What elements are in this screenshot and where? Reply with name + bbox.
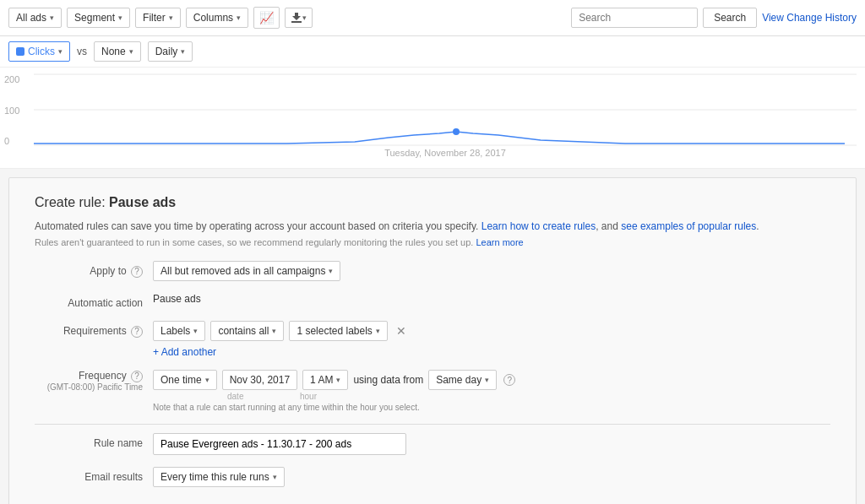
chevron-icon: ▾	[485, 376, 489, 384]
remove-requirement-btn[interactable]: ✕	[393, 324, 410, 338]
learn-more-link[interactable]: Learn more	[476, 237, 523, 247]
examples-link-text: see examples of popular rules	[621, 220, 756, 232]
chart-svg	[34, 74, 857, 146]
chevron-icon: ▾	[58, 47, 63, 56]
create-rule-panel: Create rule: Pause ads Automated rules c…	[8, 177, 857, 504]
email-results-content: Every time this rule runs ▾	[153, 467, 830, 487]
hour-dropdown[interactable]: 1 AM ▾	[302, 370, 348, 390]
search-button[interactable]: Search	[703, 8, 757, 28]
frequency-note: Note that a rule can start running at an…	[153, 403, 830, 412]
apply-to-value: All but removed ads in all campaigns	[160, 265, 325, 277]
frequency-top-controls: One time ▾ Nov 30, 2017 1 AM ▾ using dat…	[153, 370, 830, 390]
view-change-history-link[interactable]: View Change History	[762, 12, 857, 24]
examples-link[interactable]: see examples of popular rules	[621, 220, 756, 232]
chart-y-200: 200	[4, 74, 19, 84]
apply-to-help-icon[interactable]: ?	[131, 266, 143, 278]
divider	[35, 424, 830, 425]
none-label: None	[101, 46, 126, 57]
learn-rules-link[interactable]: Learn how to create rules	[481, 220, 596, 232]
using-data-from-label: using data from	[353, 374, 423, 386]
rule-name-input[interactable]	[153, 433, 406, 455]
selected-labels-label: 1 selected labels	[296, 325, 372, 337]
frequency-label-text: Frequency	[79, 370, 127, 382]
chevron-icon: ▾	[329, 267, 333, 275]
automatic-action-value: Pause ads	[153, 293, 201, 305]
requirements-help-icon[interactable]: ?	[131, 326, 143, 338]
chevron-icon: ▾	[118, 14, 122, 22]
chevron-icon: ▾	[169, 14, 173, 22]
apply-to-row: Apply to ? All but removed ads in all ca…	[35, 261, 830, 281]
email-results-dropdown[interactable]: Every time this rule runs ▾	[153, 467, 285, 487]
chevron-icon: ▾	[205, 376, 209, 384]
contains-all-dropdown[interactable]: contains all ▾	[210, 321, 284, 341]
none-dropdown[interactable]: None ▾	[94, 41, 141, 62]
requirements-content: Labels ▾ contains all ▾ 1 selected label…	[153, 321, 830, 358]
labels-dropdown[interactable]: Labels ▾	[153, 321, 205, 341]
learn-more-text: Learn more	[476, 237, 523, 247]
rule-note: Rules aren't guaranteed to run in some c…	[35, 237, 830, 247]
date-value: Nov 30, 2017	[230, 374, 290, 386]
frequency-help-icon[interactable]: ?	[131, 371, 143, 382]
segment-label: Segment	[74, 12, 115, 24]
svg-rect-0	[291, 21, 302, 23]
email-results-btn-label: Every time this rule runs	[160, 471, 269, 483]
daily-label: Daily	[155, 46, 178, 57]
search-input[interactable]	[571, 8, 698, 28]
title-bold: Pause ads	[109, 195, 176, 209]
date-sublabel: date	[227, 392, 300, 401]
columns-label: Columns	[193, 12, 233, 24]
desc-text: Automated rules can save you time by ope…	[35, 220, 478, 232]
date-dropdown[interactable]: Nov 30, 2017	[222, 370, 297, 390]
chevron-icon: ▾	[273, 473, 277, 481]
chevron-icon: ▾	[237, 14, 241, 22]
rule-name-label: Rule name	[35, 433, 153, 449]
hour-sublabel: hour	[300, 392, 317, 401]
download-icon	[291, 12, 302, 24]
data-help-icon[interactable]: ?	[503, 374, 515, 386]
title-prefix: Create rule:	[35, 195, 109, 209]
add-another-label: + Add another	[153, 346, 216, 358]
search-btn-label: Search	[714, 12, 746, 24]
selected-labels-dropdown[interactable]: 1 selected labels ▾	[289, 321, 387, 341]
chart-y-100: 100	[4, 106, 19, 116]
download-icon-btn[interactable]: ▾	[285, 8, 313, 28]
labels-btn-label: Labels	[160, 325, 190, 337]
one-time-dropdown[interactable]: One time ▾	[153, 370, 217, 390]
one-time-label: One time	[160, 374, 202, 386]
apply-to-dropdown[interactable]: All but removed ads in all campaigns ▾	[153, 261, 340, 281]
filter-dropdown[interactable]: Filter ▾	[135, 8, 181, 28]
requirements-row: Requirements ? Labels ▾ contains all ▾ 1…	[35, 321, 830, 358]
add-another-link[interactable]: + Add another	[153, 346, 216, 358]
apply-to-content: All but removed ads in all campaigns ▾	[153, 261, 830, 281]
clicks-metric-btn[interactable]: Clicks ▾	[8, 41, 70, 62]
automatic-action-label: Automatic action	[35, 293, 153, 309]
email-results-row: Email results Every time this rule runs …	[35, 467, 830, 487]
chevron-icon: ▾	[181, 47, 185, 56]
chart-icon-btn[interactable]: 📈	[253, 7, 280, 29]
chart-date-label: Tuesday, November 28, 2017	[34, 148, 857, 158]
segment-dropdown[interactable]: Segment ▾	[67, 8, 130, 28]
rule-name-content	[153, 433, 830, 455]
contains-all-label: contains all	[218, 325, 269, 337]
daily-dropdown[interactable]: Daily ▾	[148, 41, 193, 62]
svg-point-4	[453, 128, 460, 135]
same-day-dropdown[interactable]: Same day ▾	[428, 370, 497, 390]
rule-description: Automated rules can save you time by ope…	[35, 219, 830, 234]
all-ads-label: All ads	[16, 12, 46, 24]
frequency-row: Frequency ? (GMT-08:00) Pacific Time One…	[35, 370, 830, 412]
frequency-label-block: Frequency ? (GMT-08:00) Pacific Time	[35, 370, 153, 392]
all-ads-dropdown[interactable]: All ads ▾	[8, 8, 62, 28]
learn-link-text: Learn how to create rules	[481, 220, 596, 232]
top-toolbar: All ads ▾ Segment ▾ Filter ▾ Columns ▾ 📈…	[0, 0, 865, 36]
chevron-icon: ▾	[193, 327, 198, 335]
metric-label: Clicks	[28, 46, 55, 57]
columns-dropdown[interactable]: Columns ▾	[186, 8, 248, 28]
note-text: Rules aren't guaranteed to run in some c…	[35, 237, 473, 247]
chart-area: 200 100 0 Tuesday, November 28, 2017	[0, 68, 865, 169]
email-results-label: Email results	[35, 467, 153, 483]
view-change-label: View Change History	[762, 12, 857, 24]
chevron-icon: ▾	[302, 14, 307, 22]
apply-to-label: Apply to ?	[35, 261, 153, 278]
requirements-controls: Labels ▾ contains all ▾ 1 selected label…	[153, 321, 410, 341]
frequency-controls: One time ▾ Nov 30, 2017 1 AM ▾ using dat…	[153, 370, 830, 412]
